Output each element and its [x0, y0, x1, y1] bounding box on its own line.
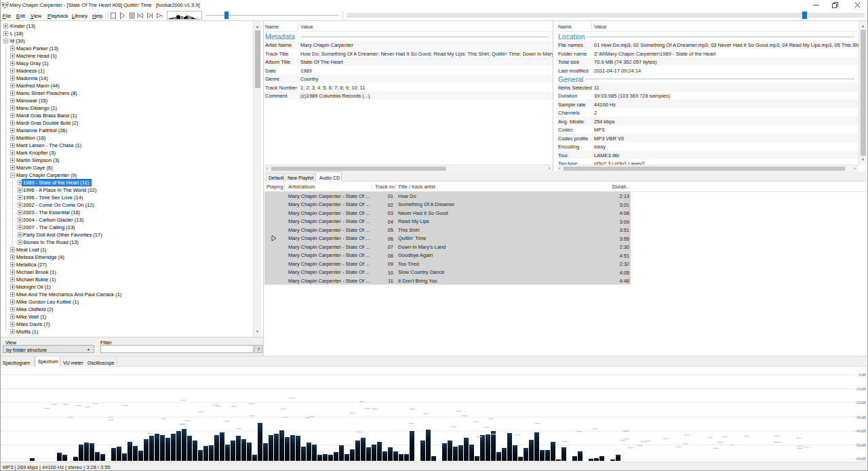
svg-text:-30dB: -30dB	[855, 415, 866, 419]
svg-text:0dB: 0dB	[859, 373, 866, 377]
svg-text:-40dB: -40dB	[855, 429, 866, 433]
svg-text:-60dB: -60dB	[855, 457, 866, 461]
svg-text:-20dB: -20dB	[855, 401, 866, 405]
svg-text:-50dB: -50dB	[855, 443, 866, 447]
svg-text:?: ?	[160, 14, 163, 20]
svg-text:-10dB: -10dB	[855, 387, 866, 391]
